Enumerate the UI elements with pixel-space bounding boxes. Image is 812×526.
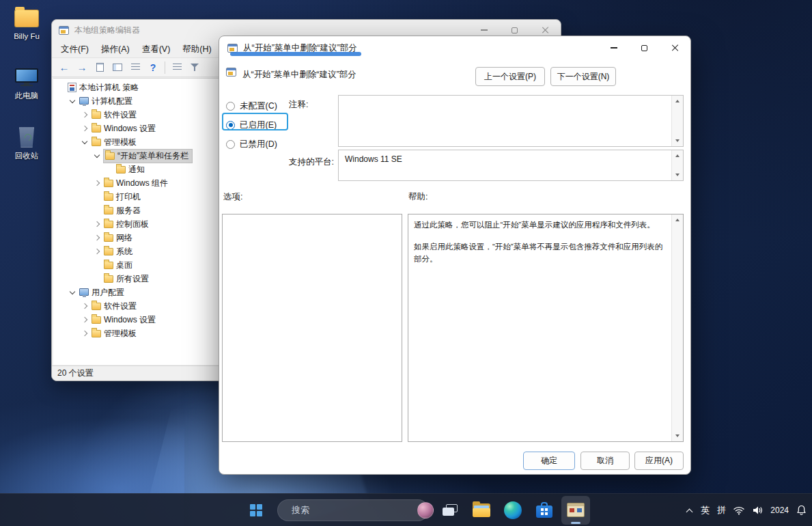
scroll-down-button[interactable] [672,169,683,180]
comment-label: 注释: [289,99,308,111]
dialog-maximize-button[interactable] [629,36,660,59]
chevron-expanded-icon[interactable] [94,152,101,160]
desktop-icon-billy-fu[interactable]: Billy Fu [5,7,48,40]
radio-disabled[interactable]: 已禁用(D) [226,137,277,151]
supported-platforms-value: Windows 11 SE [345,154,402,164]
search-input[interactable] [292,505,412,515]
wifi-icon[interactable] [733,506,744,515]
start-button[interactable] [242,496,270,525]
desktop-icon-label: 回收站 [5,151,48,161]
selected-tree-item: “开始”菜单和任务栏 [104,150,192,163]
supported-platforms-field: Windows 11 SE [338,150,684,181]
system-tray: 英 拼 2024 [686,494,807,526]
help-text: 通过此策略，您可以阻止“开始”菜单显示建议的应用程序和文件列表。 如果启用此策略… [408,214,671,441]
dialog-titlebar[interactable]: 从“开始”菜单中删除“建议”部分 [219,36,690,59]
back-button[interactable]: ← [56,60,72,75]
folder-icon [104,193,113,201]
list-icon [131,64,140,71]
recycle-bin-icon [18,128,35,148]
previous-setting-button[interactable]: 上一个设置(P) [475,67,545,86]
comment-scrollbar [671,96,683,146]
desktop-icon-this-pc[interactable]: 此电脑 [5,66,48,101]
filter-button[interactable] [186,60,203,75]
scroll-up-button[interactable] [672,214,683,225]
input-language-english[interactable]: 英 [701,504,710,516]
console-tree-button[interactable] [109,60,126,75]
folder-icon [105,152,115,160]
document-button[interactable] [92,60,108,75]
scroll-up-button[interactable] [672,96,683,107]
help-scrollbar [671,214,683,441]
windows-logo-icon [250,504,262,516]
radio-circle-icon [226,102,235,111]
menu-help[interactable]: 帮助(H) [176,40,217,58]
help-button[interactable]: ? [145,60,161,75]
chevron-expanded-icon[interactable] [81,139,89,146]
edge-browser-button[interactable] [499,496,527,525]
menu-file[interactable]: 文件(F) [55,40,95,58]
chevron-collapsed-icon[interactable] [81,330,89,337]
tray-overflow-chevron-icon[interactable] [686,507,693,514]
scroll-down-button[interactable] [672,430,683,441]
gpedit-taskbar-button[interactable] [561,496,590,525]
scroll-down-button[interactable] [672,135,683,146]
desktop: Billy Fu 此电脑 回收站 本地组策略编辑器 文件(F) 操作(A) 查看… [0,0,812,526]
folder-icon [116,166,126,174]
folder-icon [92,316,101,324]
store-icon [536,502,552,518]
options-label: 选项: [223,191,242,203]
chevron-expanded-icon[interactable] [69,289,76,296]
dialog-minimize-button[interactable] [598,36,629,59]
chevron-collapsed-icon[interactable] [81,316,89,324]
chevron-collapsed-icon[interactable] [81,111,89,119]
toolbar-separator [165,61,165,74]
input-method-pinyin[interactable]: 拼 [717,504,726,516]
dialog-app-icon [227,44,238,53]
taskbar: 英 拼 2024 [0,493,812,526]
speaker-icon[interactable] [752,506,763,515]
desktop-icon-recycle-bin[interactable]: 回收站 [5,126,48,161]
microsoft-store-button[interactable] [530,496,559,525]
chevron-collapsed-icon[interactable] [94,180,101,187]
radio-not-configured[interactable]: 未配置(C) [226,99,277,113]
ok-button[interactable]: 确定 [523,452,575,470]
menu-view[interactable]: 查看(V) [136,40,177,58]
folder-icon [104,234,113,242]
taskbar-clock[interactable]: 2024 [770,506,789,515]
chevron-collapsed-icon[interactable] [81,125,89,133]
folder-icon [104,180,113,187]
dialog-close-button[interactable] [660,36,690,59]
menu-action[interactable]: 操作(A) [95,40,136,58]
folder-icon [104,262,113,269]
taskbar-search-box[interactable] [277,499,429,521]
scroll-up-button[interactable] [672,150,683,161]
export-list-button[interactable] [127,60,143,75]
file-explorer-button[interactable] [467,496,496,525]
apply-button[interactable]: 应用(A) [634,452,684,470]
folder-icon [104,207,113,214]
task-view-button[interactable] [436,496,464,525]
chevron-expanded-icon[interactable] [69,98,76,105]
next-setting-button[interactable]: 下一个设置(N) [550,67,616,86]
edge-icon [504,501,522,519]
platform-scrollbar [671,150,683,180]
help-panel: 通过此策略，您可以阻止“开始”菜单显示建议的应用程序和文件列表。 如果启用此策略… [408,214,684,442]
chevron-collapsed-icon[interactable] [94,248,101,255]
notification-bell-icon[interactable] [796,505,807,516]
chevron-collapsed-icon[interactable] [94,234,101,242]
chevron-collapsed-icon[interactable] [81,303,89,310]
chevron-collapsed-icon[interactable] [94,221,101,228]
cancel-button[interactable]: 取消 [580,452,630,470]
this-pc-icon [15,68,38,86]
show-list-button[interactable] [169,60,185,75]
file-explorer-icon [473,503,490,517]
gpedit-window-title: 本地组策略编辑器 [74,25,140,36]
comment-field[interactable] [338,95,684,147]
options-panel [222,214,402,442]
supported-platforms-label: 支持的平台: [289,156,334,168]
gpedit-app-icon [59,26,69,35]
folder-icon [92,139,101,146]
forward-button[interactable]: → [74,60,90,75]
folder-icon [104,221,113,228]
user-folder-icon [14,10,39,27]
